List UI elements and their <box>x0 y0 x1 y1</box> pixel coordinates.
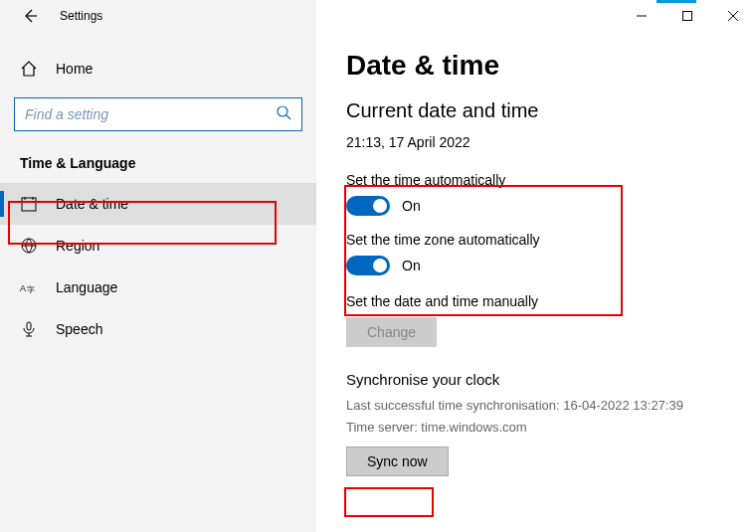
auto-timezone-state: On <box>402 258 421 273</box>
sidebar-item-label: Date & time <box>56 196 128 212</box>
home-icon <box>20 60 38 78</box>
svg-point-1 <box>278 106 287 116</box>
minimize-button[interactable] <box>619 0 664 32</box>
sidebar-item-region[interactable]: Region <box>0 225 316 266</box>
sidebar-item-label: Language <box>56 279 117 295</box>
search-icon <box>276 104 291 124</box>
current-datetime-value: 21:13, 17 April 2022 <box>346 134 726 150</box>
auto-timezone-label: Set the time zone automatically <box>346 232 726 248</box>
svg-rect-0 <box>683 12 692 21</box>
sync-last-info: Last successful time synchronisation: 16… <box>346 396 726 416</box>
sidebar: Home Time & Language Date & time Region <box>0 0 316 532</box>
calendar-icon <box>20 195 38 213</box>
sync-server-info: Time server: time.windows.com <box>346 418 726 438</box>
manual-time-label: Set the date and time manually <box>346 293 726 309</box>
main-content: Date & time Current date and time 21:13,… <box>316 0 756 532</box>
sidebar-item-language[interactable]: A字 Language <box>0 266 316 308</box>
sidebar-item-date-time[interactable]: Date & time <box>0 183 316 225</box>
auto-time-label: Set the time automatically <box>346 172 726 188</box>
close-button[interactable] <box>710 0 756 32</box>
sidebar-item-speech[interactable]: Speech <box>0 308 316 350</box>
sidebar-category: Time & Language <box>0 149 316 183</box>
auto-time-state: On <box>402 198 421 214</box>
sync-heading: Synchronise your clock <box>346 371 726 388</box>
sidebar-home[interactable]: Home <box>0 50 316 88</box>
search-input[interactable] <box>25 106 276 122</box>
sidebar-item-label: Speech <box>56 321 102 337</box>
page-title: Date & time <box>346 50 726 82</box>
auto-timezone-toggle[interactable] <box>346 256 390 275</box>
microphone-icon <box>20 320 38 338</box>
sync-now-button[interactable]: Sync now <box>346 446 449 476</box>
svg-rect-6 <box>27 322 31 330</box>
change-button: Change <box>346 317 437 347</box>
titlebar: Settings <box>0 0 756 32</box>
sidebar-home-label: Home <box>56 61 93 77</box>
search-box[interactable] <box>14 97 302 131</box>
maximize-button[interactable] <box>664 0 710 32</box>
section-current-datetime: Current date and time <box>346 99 726 122</box>
svg-rect-2 <box>22 198 36 211</box>
window-title: Settings <box>60 9 102 23</box>
globe-icon <box>20 237 38 255</box>
svg-text:A: A <box>20 283 26 293</box>
sidebar-item-label: Region <box>56 238 99 254</box>
back-button[interactable] <box>18 4 42 28</box>
language-icon: A字 <box>20 278 38 296</box>
auto-time-toggle[interactable] <box>346 196 390 216</box>
svg-text:字: 字 <box>27 285 35 294</box>
